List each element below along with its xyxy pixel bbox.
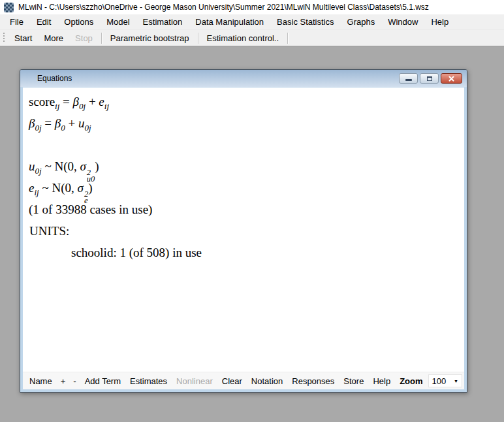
equation-term: u <box>78 116 85 130</box>
toolbar-separator <box>101 33 102 44</box>
footer-button-name[interactable]: Name <box>25 376 57 386</box>
equation-term: UNITS: <box>29 224 69 238</box>
equation-term: σ <box>78 181 84 195</box>
footer-button-nonlinear: Nonlinear <box>172 376 217 386</box>
menu-item-model[interactable]: Model <box>100 14 136 29</box>
footer-button-estimates[interactable]: Estimates <box>125 376 172 386</box>
equation-term: β <box>73 95 79 108</box>
equation-term: e <box>99 95 104 108</box>
equation-term: ) <box>88 181 92 195</box>
equation-line[interactable]: scoreij = β0j + eij <box>27 91 460 112</box>
menu-item-file[interactable]: File <box>3 14 30 29</box>
toolbar-button-parametric-bootstrap[interactable]: Parametric bootstrap <box>104 33 195 43</box>
equations-footer: Name+-Add TermEstimatesNonlinearClearNot… <box>23 372 464 389</box>
equation-line[interactable]: eij ~ N(0, σ2e) <box>27 177 460 199</box>
equation-term: ) <box>95 159 99 173</box>
equation-term: 0j <box>79 101 86 111</box>
menu-bar: FileEditOptionsModelEstimationData Manip… <box>0 14 504 30</box>
equation-line[interactable] <box>27 134 460 155</box>
menu-item-options[interactable]: Options <box>57 14 100 29</box>
toolbar-button-start[interactable]: Start <box>8 33 38 43</box>
equation-term: + <box>86 95 99 108</box>
menu-item-basic-statistics[interactable]: Basic Statistics <box>270 14 340 29</box>
toolbar-separator <box>287 33 288 44</box>
toolbar-button-stop: Stop <box>69 33 99 43</box>
menu-item-data-manipulation[interactable]: Data Manipulation <box>189 14 270 29</box>
toolbar-button-estimation-control[interactable]: Estimation control.. <box>201 33 285 43</box>
close-button[interactable] <box>441 73 462 84</box>
mlwin-app-icon <box>4 3 14 12</box>
footer-button-notation[interactable]: Notation <box>247 376 287 386</box>
app-title: MLwiN - C:\Users\szzho\OneDrive - George… <box>18 3 429 12</box>
restore-button[interactable] <box>420 73 439 84</box>
chevron-down-icon: ▼ <box>454 379 458 383</box>
footer-button-item[interactable]: - <box>69 376 80 386</box>
footer-button-item[interactable]: + <box>57 376 70 386</box>
footer-button-clear[interactable]: Clear <box>217 376 247 386</box>
zoom-level-select[interactable]: 100 ▼ <box>428 374 462 387</box>
equation-term: schoolid: 1 (of 508) in use <box>71 246 202 259</box>
footer-button-store[interactable]: Store <box>339 376 368 386</box>
equations-window-body: scoreij = β0j + eijβ0j = β0 + u0ju0j ~ N… <box>23 88 464 389</box>
equation-term: score <box>29 95 55 108</box>
menu-item-window[interactable]: Window <box>381 14 424 29</box>
toolbar: StartMoreStopParametric bootstrapEstimat… <box>0 30 504 46</box>
app-title-bar[interactable]: MLwiN - C:\Users\szzho\OneDrive - George… <box>0 0 504 14</box>
equations-window: Equations scoreij = β0j + eijβ0j = β0 + … <box>20 69 467 393</box>
menu-item-help[interactable]: Help <box>424 14 455 29</box>
equation-term: 0j <box>35 123 41 133</box>
equation-term: (1 of 33988 cases in use) <box>29 203 152 216</box>
restore-icon <box>427 76 432 81</box>
equation-line[interactable]: (1 of 33988 cases in use) <box>27 199 460 220</box>
equation-line[interactable]: β0j = β0 + u0j <box>27 112 460 134</box>
minimize-icon <box>405 79 412 81</box>
equation-line[interactable]: u0j ~ N(0, σ2u0) <box>27 155 460 177</box>
equation-term: ~ N(0, <box>42 159 80 173</box>
equation-term: = <box>59 95 72 108</box>
minimize-button[interactable] <box>399 73 418 84</box>
equation-line[interactable]: UNITS: <box>27 220 460 242</box>
toolbar-button-more[interactable]: More <box>38 33 69 43</box>
toolbar-separator <box>198 33 198 44</box>
zoom-level-value: 100 <box>432 376 447 386</box>
footer-button-responses[interactable]: Responses <box>287 376 339 386</box>
equations-window-title: Equations <box>37 74 72 83</box>
window-controls <box>399 73 464 84</box>
menu-item-graphs[interactable]: Graphs <box>341 14 382 29</box>
equation-term: σ <box>80 159 86 173</box>
footer-button-help[interactable]: Help <box>368 376 395 386</box>
equation-line[interactable]: schoolid: 1 (of 508) in use <box>27 242 460 263</box>
equation-term: = <box>42 116 55 130</box>
equation-term: + <box>65 116 78 130</box>
equation-term: u <box>29 159 35 173</box>
equation-term: 0j <box>35 166 42 176</box>
equation-term: 0j <box>85 123 91 133</box>
menu-item-estimation[interactable]: Estimation <box>136 14 189 29</box>
footer-button-zoom[interactable]: Zoom <box>395 376 427 386</box>
toolbar-grip-handle[interactable] <box>3 33 5 43</box>
equations-window-title-bar[interactable]: Equations <box>20 70 467 87</box>
equation-term: β <box>55 116 61 130</box>
footer-button-add-term[interactable]: Add Term <box>80 376 125 386</box>
equation-term: ij <box>104 101 109 111</box>
equation-term: ~ N(0, <box>39 181 78 195</box>
close-icon <box>449 76 454 82</box>
equation-term: ij <box>34 187 39 197</box>
equations-content: scoreij = β0j + eijβ0j = β0 + u0ju0j ~ N… <box>23 88 464 372</box>
menu-item-edit[interactable]: Edit <box>30 14 57 29</box>
